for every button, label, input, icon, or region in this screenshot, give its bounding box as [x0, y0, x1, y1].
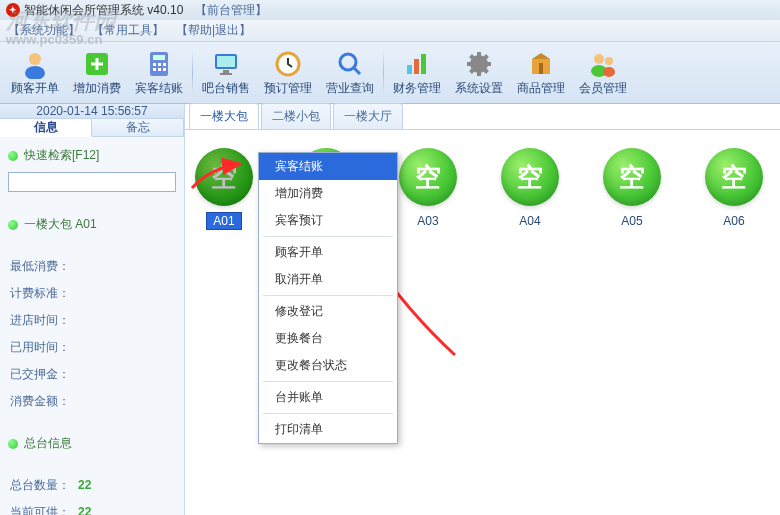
toolbar-label: 宾客结账	[135, 80, 183, 97]
app-logo-icon: ✦	[6, 3, 20, 17]
context-menu-item[interactable]: 更改餐台状态	[259, 352, 397, 379]
search-label: 快速检索[F12]	[24, 147, 99, 164]
menu-system[interactable]: 【系统功能】	[8, 22, 80, 39]
bullet-icon	[8, 220, 18, 230]
room-status-icon: 空	[399, 148, 457, 206]
info-deposit: 已交押金：	[8, 361, 176, 388]
plus-box-icon	[81, 48, 113, 80]
bullet-icon	[8, 439, 18, 449]
toolbar-chart[interactable]: 财务管理	[386, 44, 448, 101]
room-code-label: A01	[206, 212, 241, 230]
svg-rect-14	[220, 73, 232, 75]
context-menu-item[interactable]: 打印清单	[259, 416, 397, 443]
toolbar: 顾客开单增加消费宾客结账吧台销售预订管理营业查询财务管理系统设置商品管理会员管理	[0, 42, 780, 104]
toolbar-label: 增加消费	[73, 80, 121, 97]
room-item[interactable]: 空A03	[399, 148, 457, 230]
menu-help[interactable]: 【帮助|退出】	[176, 22, 251, 39]
sidebar: 2020-01-14 15:56:57 信息 备忘 快速检索[F12] 一楼大包…	[0, 104, 185, 515]
svg-rect-10	[163, 68, 166, 71]
toolbar-gear[interactable]: 系统设置	[448, 44, 510, 101]
search-input[interactable]	[8, 172, 176, 192]
context-menu: 宾客结账增加消费宾客预订顾客开单取消开单修改登记更换餐台更改餐台状态台并账单打印…	[258, 152, 398, 444]
selected-room-header: 一楼大包 A01	[8, 212, 176, 237]
room-status-icon: 空	[195, 148, 253, 206]
info-enter-time: 进店时间：	[8, 307, 176, 334]
chart-icon	[401, 48, 433, 80]
gear-icon	[463, 48, 495, 80]
toolbar-label: 营业查询	[326, 80, 374, 97]
total-rooms: 总台数量：22	[8, 472, 176, 499]
toolbar-label: 会员管理	[579, 80, 627, 97]
tab-info[interactable]: 信息	[0, 119, 92, 137]
toolbar-calculator[interactable]: 宾客结账	[128, 44, 190, 101]
svg-point-32	[594, 54, 604, 64]
datetime-display: 2020-01-14 15:56:57	[0, 104, 184, 119]
toolbar-user[interactable]: 顾客开单	[4, 44, 66, 101]
svg-rect-19	[421, 54, 426, 74]
clock-icon	[272, 48, 304, 80]
toolbar-plus-box[interactable]: 增加消费	[66, 44, 128, 101]
room-item[interactable]: 空A04	[501, 148, 559, 230]
context-menu-item[interactable]: 宾客结账	[259, 153, 397, 180]
info-billing: 计费标准：	[8, 280, 176, 307]
svg-rect-5	[153, 63, 156, 66]
svg-rect-31	[539, 63, 543, 74]
room-tab[interactable]: 一楼大包	[189, 103, 259, 129]
selected-room-label: 一楼大包 A01	[24, 216, 97, 233]
context-menu-item[interactable]: 更换餐台	[259, 325, 397, 352]
toolbar-clock[interactable]: 预订管理	[257, 44, 319, 101]
svg-rect-17	[407, 65, 412, 74]
svg-rect-18	[414, 59, 419, 74]
context-menu-item[interactable]: 台并账单	[259, 384, 397, 411]
toolbar-monitor[interactable]: 吧台销售	[195, 44, 257, 101]
room-status-icon: 空	[501, 148, 559, 206]
toolbar-goods[interactable]: 商品管理	[510, 44, 572, 101]
magnifier-icon	[334, 48, 366, 80]
toolbar-label: 顾客开单	[11, 80, 59, 97]
app-title-suffix: 【前台管理】	[195, 2, 267, 19]
room-item[interactable]: 空A05	[603, 148, 661, 230]
sidebar-tabs: 信息 备忘	[0, 119, 184, 137]
toolbar-magnifier[interactable]: 营业查询	[319, 44, 381, 101]
room-tab[interactable]: 一楼大厅	[333, 103, 403, 129]
context-menu-item[interactable]: 取消开单	[259, 266, 397, 293]
room-item[interactable]: 空A01	[195, 148, 253, 230]
svg-rect-8	[153, 68, 156, 71]
svg-point-16	[340, 54, 356, 70]
calculator-icon	[143, 48, 175, 80]
context-menu-item[interactable]: 增加消费	[259, 180, 397, 207]
totals-header: 总台信息	[8, 431, 176, 456]
tab-memo[interactable]: 备忘	[92, 119, 184, 136]
svg-rect-7	[163, 63, 166, 66]
menu-bar: 【系统功能】 【常用工具】 【帮助|退出】	[0, 20, 780, 42]
room-category-tabs: 一楼大包二楼小包一楼大厅	[185, 104, 780, 130]
monitor-icon	[210, 48, 242, 80]
title-bar: ✦ 智能休闲会所管理系统 v40.10 【前台管理】	[0, 0, 780, 20]
room-item[interactable]: 空A06	[705, 148, 763, 230]
context-menu-item[interactable]: 顾客开单	[259, 239, 397, 266]
svg-rect-9	[158, 68, 161, 71]
room-tab[interactable]: 二楼小包	[261, 103, 331, 129]
search-header: 快速检索[F12]	[8, 143, 176, 168]
totals-header-label: 总台信息	[24, 435, 72, 452]
svg-point-0	[29, 53, 41, 65]
context-menu-item[interactable]: 宾客预订	[259, 207, 397, 234]
room-status-icon: 空	[603, 148, 661, 206]
room-status-icon: 空	[705, 148, 763, 206]
info-used-time: 已用时间：	[8, 334, 176, 361]
room-code-label: A03	[410, 212, 445, 230]
toolbar-label: 系统设置	[455, 80, 503, 97]
goods-icon	[525, 48, 557, 80]
svg-point-1	[25, 66, 45, 79]
info-min-spend: 最低消费：	[8, 253, 176, 280]
svg-rect-13	[223, 70, 229, 73]
svg-point-33	[605, 57, 613, 65]
room-code-label: A05	[614, 212, 649, 230]
menu-tools[interactable]: 【常用工具】	[92, 22, 164, 39]
toolbar-member[interactable]: 会员管理	[572, 44, 634, 101]
context-menu-item[interactable]: 修改登记	[259, 298, 397, 325]
svg-rect-4	[153, 55, 165, 60]
toolbar-label: 商品管理	[517, 80, 565, 97]
svg-rect-12	[217, 56, 235, 67]
available-rooms: 当前可供：22	[8, 499, 176, 515]
